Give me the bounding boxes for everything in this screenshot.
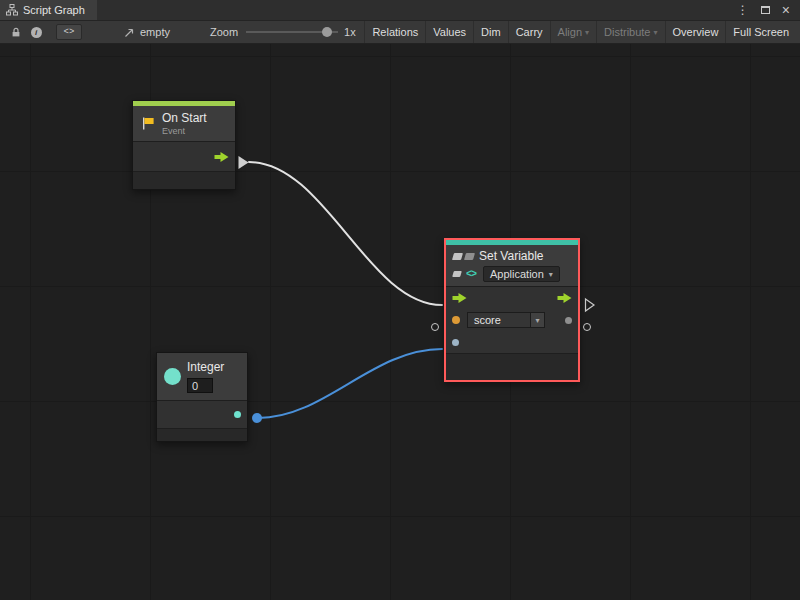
chevron-down-icon: ▾ (654, 28, 658, 37)
node-header: On Start Event (133, 106, 235, 141)
zoom-slider[interactable] (246, 25, 338, 39)
unconnected-port-left[interactable] (431, 323, 439, 331)
toolbar-button-fullscreen[interactable]: Full Screen (725, 21, 796, 43)
node-title: Set Variable (479, 249, 543, 263)
info-button[interactable]: i (26, 23, 46, 41)
combo-arrow-button[interactable]: ▾ (530, 313, 544, 327)
value-wire-endpoint[interactable] (252, 413, 262, 423)
node-footer (446, 353, 578, 380)
chevron-down-icon: ▾ (585, 28, 589, 37)
toolbar-button-align[interactable]: Align▾ (550, 21, 596, 43)
node-on-start[interactable]: On Start Event (132, 100, 236, 190)
titlebar-controls: ⋮ × (737, 0, 800, 20)
node-title: On Start (162, 111, 207, 125)
toolbar-button-distribute[interactable]: Distribute▾ (596, 21, 664, 43)
toolbar-button-carry[interactable]: Carry (508, 21, 550, 43)
selection-icon (124, 27, 135, 38)
variable-scope-value: Application (490, 268, 544, 280)
integer-value-input[interactable]: 0 (187, 378, 213, 393)
graph-icon (6, 4, 18, 16)
graph-canvas[interactable]: On Start Event Set Variable (0, 44, 800, 600)
maximize-button[interactable] (761, 4, 770, 16)
variables-icon (464, 253, 475, 260)
flow-input-port[interactable] (452, 293, 467, 303)
wire-layer (0, 44, 800, 600)
wire-value[interactable] (258, 349, 442, 418)
node-subtitle: Event (162, 126, 207, 136)
variable-name-dropdown[interactable]: score ▾ (467, 312, 545, 328)
zoom-slider-knob[interactable] (322, 27, 332, 37)
lock-icon (10, 26, 22, 38)
toolbar-buttons: Relations Values Dim Carry Align▾ Distri… (364, 21, 796, 43)
lock-button[interactable] (6, 23, 26, 41)
variables-icon (452, 253, 463, 260)
selection-label: empty (140, 26, 170, 38)
script-graph-window: Script Graph ⋮ × i <> empty Zoom (0, 0, 800, 600)
maximize-icon (761, 6, 770, 14)
toolbar-button-relations[interactable]: Relations (364, 21, 425, 43)
flow-output-connector[interactable] (584, 297, 596, 313)
node-integer[interactable]: Integer 0 (156, 352, 248, 442)
unconnected-port-right[interactable] (583, 323, 591, 331)
node-footer (133, 171, 235, 189)
info-icon: i (31, 27, 42, 38)
scope-icon (452, 271, 462, 277)
variable-name-value: score (468, 313, 530, 327)
chevron-down-icon: ▾ (535, 316, 539, 325)
zoom-value: 1x (344, 26, 356, 38)
graph-source-button[interactable]: <> (56, 24, 82, 40)
node-body (157, 400, 247, 428)
toolbar-button-values[interactable]: Values (425, 21, 473, 43)
titlebar: Script Graph ⋮ × (0, 0, 800, 21)
toolbar: i <> empty Zoom 1x Relations Values Dim … (0, 21, 800, 44)
tab-script-graph[interactable]: Script Graph (0, 0, 97, 20)
variable-scope-dropdown[interactable]: Application ▾ (483, 266, 560, 282)
toolbar-button-dim[interactable]: Dim (473, 21, 508, 43)
output-value-port[interactable] (565, 317, 572, 324)
close-button[interactable]: × (782, 3, 790, 17)
node-body: score ▾ (446, 286, 578, 353)
tab-label: Script Graph (23, 4, 85, 16)
wire-flow[interactable] (249, 162, 442, 305)
flag-icon (140, 116, 156, 131)
node-header: Integer 0 (157, 353, 247, 400)
zoom-label: Zoom (210, 26, 238, 38)
selection-indicator: empty (124, 26, 170, 38)
node-body (133, 141, 235, 171)
flow-output-port[interactable] (214, 152, 229, 162)
node-footer (157, 428, 247, 441)
node-set-variable[interactable]: Set Variable <> Application ▾ (444, 238, 580, 382)
toolbar-button-overview[interactable]: Overview (665, 21, 726, 43)
variable-name-port[interactable] (452, 316, 460, 324)
flow-connector-arrow[interactable] (237, 154, 250, 171)
input-value-port[interactable] (452, 339, 459, 346)
chevron-down-icon: ▾ (549, 270, 553, 279)
code-brackets-icon: <> (466, 269, 476, 280)
integer-type-icon (164, 368, 181, 385)
integer-output-port[interactable] (234, 411, 241, 418)
flow-output-port[interactable] (557, 293, 572, 303)
node-title: Integer (187, 360, 224, 374)
node-header: Set Variable <> Application ▾ (446, 245, 578, 286)
window-menu-button[interactable]: ⋮ (737, 4, 749, 16)
